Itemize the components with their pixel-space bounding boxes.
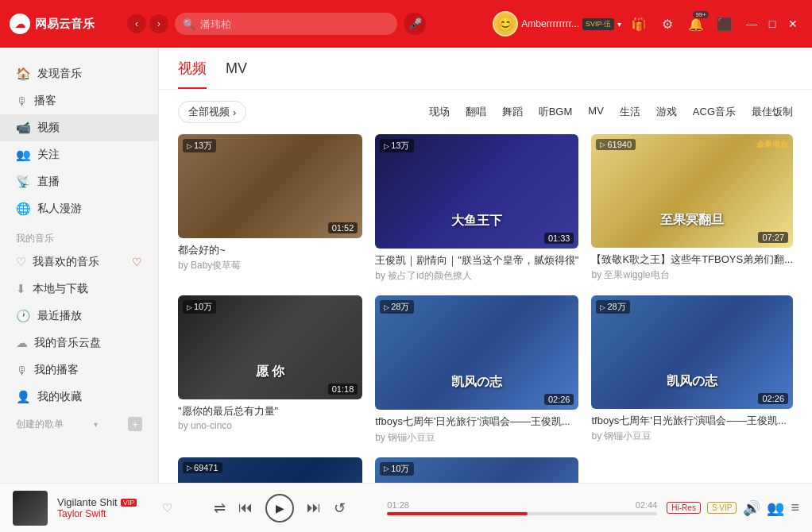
- player-progress: 01:28 02:44: [387, 500, 657, 515]
- video-author: by 钢镚小豆豆: [375, 431, 578, 445]
- video-thumb: 至果冥翻旦 金果电台 ▷ 61940 07:27: [591, 134, 793, 248]
- current-time: 01:28: [387, 500, 409, 510]
- video-info: "愿你的最后总有力量" by uno-cinco: [178, 404, 362, 431]
- gear-button[interactable]: ⚙: [656, 13, 679, 35]
- player-heart-button[interactable]: ♡: [162, 501, 172, 515]
- player-track-info: Vigilante Shit VIP Taylor Swift: [57, 496, 153, 519]
- play-count: ▷ 61940: [596, 139, 636, 150]
- maximize-button[interactable]: □: [763, 14, 782, 33]
- play-count: ▷ 13万: [380, 139, 413, 152]
- video-card-v2[interactable]: 大鱼王下 ▷ 13万 01:33 王俊凯｜剧情向｜"朕当这个皇帝，腻烦得很" b…: [375, 134, 578, 283]
- collection-icon: 👤: [16, 390, 31, 404]
- sidebar-item-podcast[interactable]: 🎙 播客: [0, 87, 158, 114]
- sidebar: 🏠 发现音乐 🎙 播客 📹 视频 👥 关注 📡 直播 🌐 私人漫游 我的音乐 ♡…: [0, 48, 159, 483]
- sidebar-item-video[interactable]: 📹 视频: [0, 114, 158, 141]
- back-button[interactable]: ‹: [127, 14, 146, 33]
- tab-video[interactable]: 视频: [178, 59, 207, 89]
- video-title: 【致敬K歌之王】这些年TFBOYS弟弟们翻...: [591, 253, 793, 267]
- social-button[interactable]: 👥: [767, 499, 784, 517]
- app-name: 网易云音乐: [35, 17, 95, 32]
- sidebar-item-my-podcast[interactable]: 🎙 我的播客: [0, 357, 158, 384]
- minimize-button[interactable]: —: [742, 14, 761, 33]
- gift-button[interactable]: 🎁: [628, 13, 650, 35]
- progress-fill: [387, 512, 528, 515]
- video-thumb: 凯风の志 ▷ 28万 02:26: [591, 295, 793, 409]
- play-count: ▷ 28万: [380, 300, 413, 314]
- sidebar-item-cloud[interactable]: ☁ 我的音乐云盘: [0, 330, 158, 357]
- filter-tag-live[interactable]: 现场: [429, 105, 450, 119]
- video-duration: 01:52: [328, 222, 358, 233]
- video-card-v5[interactable]: 凯风の志 ▷ 28万 02:26 tfboys七周年'日光旅行'演唱会——王俊凯…: [375, 295, 578, 444]
- video-card-v1[interactable]: ▷ 13万 01:52 都会好的~ by Baby俊草莓: [178, 134, 362, 283]
- liked-heart: ♡: [132, 256, 142, 268]
- player-thumbnail[interactable]: [13, 491, 48, 526]
- filter-tag-dance[interactable]: 舞蹈: [502, 105, 523, 119]
- filter-tag-game[interactable]: 游戏: [656, 105, 677, 119]
- sidebar-label-recent: 最近播放: [37, 309, 82, 323]
- video-duration: 02:26: [758, 393, 788, 404]
- filter-tag-mv[interactable]: MV: [588, 105, 604, 119]
- notification-count: 99+: [693, 11, 709, 18]
- search-bar[interactable]: 🔍: [175, 13, 397, 35]
- shuffle-button[interactable]: ⇌: [214, 499, 226, 517]
- search-icon: 🔍: [183, 18, 195, 30]
- filter-tag-life[interactable]: 生活: [620, 105, 640, 119]
- playlist-button[interactable]: ≡: [791, 499, 799, 516]
- video-thumb: 大鱼王下 ▷ 13万 01:33: [375, 134, 578, 249]
- user-profile[interactable]: 😊 Amberrrrrrrr... SVIP·伍 ▾: [493, 11, 621, 37]
- play-pause-button[interactable]: ▶: [265, 494, 294, 522]
- notification-button[interactable]: 🔔 99+: [685, 13, 707, 35]
- video-card-v8[interactable]: ▷ 10万 （部分加载中）: [375, 457, 578, 483]
- play-icon: ▶: [276, 502, 284, 515]
- sidebar-item-recent[interactable]: 🕐 最近播放: [0, 303, 158, 330]
- all-videos-chevron: ›: [233, 106, 236, 118]
- username: Amberrrrrrrr...: [521, 18, 579, 29]
- video-author: by 钢镚小豆豆: [591, 430, 793, 443]
- screen-button[interactable]: ⬛: [713, 13, 736, 35]
- filter-tag-bgm[interactable]: 听BGM: [539, 105, 573, 119]
- hires-badge[interactable]: Hi-Res: [667, 502, 701, 514]
- prev-button[interactable]: ⏮: [238, 499, 253, 516]
- all-videos-button[interactable]: 全部视频 ›: [178, 101, 246, 123]
- forward-button[interactable]: ›: [149, 14, 168, 33]
- video-card-v4[interactable]: 愿 你 ▷ 10万 01:18 "愿你的最后总有力量" by uno-cinco: [178, 295, 362, 444]
- main-layout: 🏠 发现音乐 🎙 播客 📹 视频 👥 关注 📡 直播 🌐 私人漫游 我的音乐 ♡…: [0, 48, 812, 483]
- nav-arrows: ‹ ›: [127, 14, 168, 33]
- add-playlist-button[interactable]: +: [128, 417, 142, 431]
- play-count: ▷ 13万: [183, 139, 216, 152]
- create-playlist-row: 创建的歌单 ▾ +: [0, 411, 158, 438]
- search-input[interactable]: [200, 18, 389, 30]
- play-triangle-icon: ▷: [187, 142, 192, 150]
- filter-tag-cover[interactable]: 翻唱: [466, 105, 486, 119]
- top-right: 😊 Amberrrrrrrr... SVIP·伍 ▾ 🎁 ⚙ 🔔 99+ ⬛ —…: [493, 11, 802, 37]
- volume-button[interactable]: 🔊: [743, 499, 760, 517]
- follow-icon: 👥: [16, 148, 31, 162]
- player-vip-badge: VIP: [121, 499, 137, 507]
- play-triangle-icon: ▷: [384, 303, 389, 311]
- mic-button[interactable]: 🎤: [404, 13, 426, 35]
- sidebar-item-collection[interactable]: 👤 我的收藏: [0, 384, 158, 411]
- loop-button[interactable]: ↺: [334, 499, 346, 517]
- close-button[interactable]: ✕: [783, 14, 802, 33]
- sidebar-item-roam[interactable]: 🌐 私人漫游: [0, 195, 158, 222]
- sidebar-label-collection: 我的收藏: [37, 390, 82, 404]
- tab-mv[interactable]: MV: [226, 60, 247, 88]
- next-button[interactable]: ⏭: [307, 499, 321, 516]
- sidebar-item-local[interactable]: ⬇ 本地与下载: [0, 276, 158, 303]
- video-card-v6[interactable]: 凯风の志 ▷ 28万 02:26 tfboys七周年'日光旅行'演唱会——王俊凯…: [591, 295, 793, 444]
- recent-icon: 🕐: [16, 309, 31, 323]
- filter-tag-fan[interactable]: 最佳饭制: [752, 105, 793, 119]
- sidebar-item-liked[interactable]: ♡ 我喜欢的音乐 ♡: [0, 249, 158, 276]
- svip-badge[interactable]: S·VIP: [707, 502, 737, 514]
- video-card-v3[interactable]: 至果冥翻旦 金果电台 ▷ 61940 07:27 【致敬K歌之王】这些年TFBO…: [591, 134, 793, 283]
- filter-tag-acg[interactable]: ACG音乐: [693, 105, 736, 119]
- progress-bar[interactable]: [387, 512, 657, 515]
- dropdown-arrow: ▾: [617, 20, 621, 29]
- sidebar-label-video: 视频: [37, 121, 60, 135]
- sidebar-item-discover[interactable]: 🏠 发现音乐: [0, 60, 158, 87]
- sidebar-item-follow[interactable]: 👥 关注: [0, 141, 158, 168]
- play-triangle-icon: ▷: [600, 141, 605, 148]
- video-info: 都会好的~ by Baby俊草莓: [178, 243, 362, 272]
- video-card-v7[interactable]: ▷ 69471 （部分加载中）: [178, 457, 362, 483]
- sidebar-item-live[interactable]: 📡 直播: [0, 168, 158, 195]
